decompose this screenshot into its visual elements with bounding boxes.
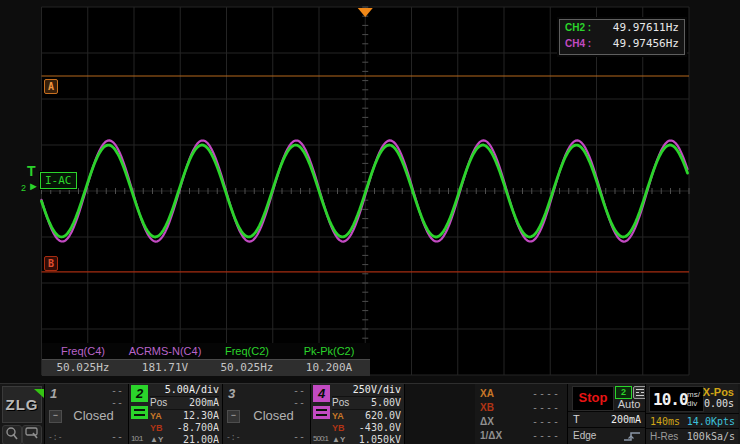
cursor-dx-label: ΔX <box>480 415 494 429</box>
freq-ch4-label: CH4 : <box>565 36 591 52</box>
frequency-readout-box: CH2 : 49.97611Hz CH4 : 49.97456Hz <box>559 19 685 55</box>
touch-gesture-button[interactable] <box>2 425 22 444</box>
channel-4-dy-label: ▲Y <box>332 434 345 444</box>
freq-row-ch4: CH4 : 49.97456Hz <box>560 36 684 52</box>
measurement-labels-row: Freq(C4) ACRMS-N(C4) Freq(C2) Pk-Pk(C2) <box>42 343 370 359</box>
measurement-value-3: 50.025Hz <box>206 360 288 376</box>
freq-ch2-label: CH2 : <box>565 20 591 36</box>
channel-4-badge: 4 <box>313 385 330 402</box>
trigger-level-value: 200mA <box>611 414 641 425</box>
trigger-t-source-label: T <box>573 413 580 425</box>
run-stop-button[interactable]: Stop <box>572 386 614 411</box>
h-res-label: H-Res <box>650 431 678 442</box>
channel-4-pos-row: Pos 5.00V <box>332 397 401 410</box>
trigger-mode[interactable]: Auto <box>612 398 646 410</box>
cursor-xa-value: ---- <box>532 387 560 401</box>
channel-3-state: Closed <box>237 408 310 423</box>
logo-corner-triangle <box>34 389 44 398</box>
trigger-arrow-icon: ► <box>28 180 39 192</box>
timebase-scale-value: 10.0 <box>653 390 688 409</box>
scope-display <box>0 0 740 383</box>
channel-2-yb-row: YB -8.700A <box>150 422 219 434</box>
measurement-label-4[interactable]: Pk-Pk(C2) <box>288 343 370 359</box>
cursor-dx-row: ΔX ---- <box>475 415 567 429</box>
channel-4-scale-row: 250V/div <box>332 384 401 397</box>
channel-2-dy-label: ▲Y <box>150 434 163 444</box>
measurement-label-3[interactable]: Freq(C2) <box>206 343 288 359</box>
timebase-scale-box[interactable]: 10.0 ms/ div <box>649 386 704 412</box>
touch-icon <box>5 426 19 440</box>
measurement-value-1: 50.025Hz <box>42 360 124 376</box>
channel-2-pos-value: 200mA <box>189 397 219 409</box>
timebase-block: 10.0 ms/ div X-Pos 0.00s 140ms 14.0Kpts … <box>645 384 738 444</box>
measurement-label-2[interactable]: ACRMS-N(C4) <box>124 343 206 359</box>
channel-4-pos-value: 5.00V <box>371 397 401 409</box>
channel-2-pos-row: Pos 200mA <box>150 397 219 410</box>
channel-4-ya-row: YA 620.0V <box>332 410 401 422</box>
channel-1-number: 1 <box>50 386 57 401</box>
channel-3-dash-1: -- <box>293 385 305 396</box>
freq-ch2-value: 49.97611Hz <box>613 20 679 36</box>
channel-4-probe-ratio: 500:1 <box>313 434 328 443</box>
channel-1-dash-1: -- <box>111 385 123 396</box>
channel-2-block[interactable]: 2 10:1 5.00A/div Pos 200mA YA 12.30A YB … <box>128 384 222 444</box>
channel-4-dy-value: 1.050kV <box>359 434 401 444</box>
channel-2-yb-label: YB <box>150 422 163 434</box>
channel-4-dy-row: ▲Y 1.050kV <box>332 434 401 444</box>
memory-points: 14.0Kpts <box>687 416 735 427</box>
channel-4-ya-label: YA <box>332 410 344 422</box>
channel-4-coupling-icon <box>313 406 330 419</box>
freq-ch4-value: 49.97456Hz <box>613 36 679 52</box>
measurement-value-2: 181.71V <box>124 360 206 376</box>
cursor-a-badge[interactable]: A <box>44 79 58 94</box>
channel-2-dy-value: 21.00A <box>183 434 219 444</box>
cursor-inv-dx-label: 1/ΔX <box>480 429 502 443</box>
channel-1-probe-ratio: -:- <box>48 433 62 442</box>
cursor-xb-row: XB ---- <box>475 401 567 415</box>
channel-1-dash-2: -- <box>111 397 123 408</box>
measurement-label-1[interactable]: Freq(C4) <box>42 343 124 359</box>
bar-gap <box>404 384 475 444</box>
cursor-readouts-block[interactable]: XA ---- XB ---- ΔX ---- 1/ΔX ---- <box>475 384 567 444</box>
channel-2-pos-label: Pos <box>150 397 167 409</box>
cursor-xb-label: XB <box>480 401 494 415</box>
timebase-rate-row: H-Res 100kSa/s <box>646 428 739 444</box>
channel-2-probe-ratio: 10:1 <box>131 434 143 443</box>
trigger-type-row[interactable]: Edge <box>568 427 646 443</box>
channel-1-state: Closed <box>59 408 128 423</box>
oscilloscope-ui: T 2 ► A B I-AC CH2 : 49.97611Hz CH4 : 49… <box>0 0 740 444</box>
x-pos-label: X-Pos <box>703 386 734 398</box>
cursor-xb-value: ---- <box>532 401 560 415</box>
channel-3-dash-2: -- <box>293 397 305 408</box>
channel-2-yb-value: -8.700A <box>177 422 219 434</box>
channel-3-block[interactable]: 3 -- -- − Closed -:- -- <box>222 384 310 444</box>
cursor-b-badge[interactable]: B <box>44 256 58 271</box>
measurement-value-4: 10.200A <box>288 360 370 376</box>
hand-pad-icon <box>25 426 39 440</box>
channel-4-block[interactable]: 4 500:1 250V/div Pos 5.00V YA 620.0V YB … <box>310 384 404 444</box>
channel-2-ya-label: YA <box>150 410 162 422</box>
channel-3-number: 3 <box>228 386 235 401</box>
cursor-inv-dx-row: 1/ΔX ---- <box>475 429 567 443</box>
bottom-control-bar: ZLG 1 -- -- − Closed -:- -- 2 <box>0 383 740 444</box>
channel-4-pos-label: Pos <box>332 397 349 409</box>
sample-rate: 100kSa/s <box>687 431 735 442</box>
cursor-dx-value: ---- <box>532 415 560 429</box>
signal-label: I-AC <box>40 172 77 189</box>
channel-1-block[interactable]: 1 -- -- − Closed -:- -- <box>44 384 128 444</box>
freq-row-ch2: CH2 : 49.97611Hz <box>560 20 684 36</box>
channel-2-scale: 5.00A/div <box>165 384 219 396</box>
channel-3-probe-ratio: -:- <box>226 433 240 442</box>
zlg-logo-text: ZLG <box>6 396 39 413</box>
touchpad-button[interactable] <box>22 425 42 444</box>
channel-1-dash-3: -- <box>111 431 123 442</box>
measurement-values-row: 50.025Hz 181.71V 50.025Hz 10.200A <box>42 359 370 376</box>
x-pos-value: 0.00s <box>704 398 734 409</box>
rising-edge-icon <box>623 430 641 442</box>
trigger-type-label: Edge <box>573 430 596 441</box>
trigger-block: Stop 2 Auto T 200mA Edge <box>567 384 645 444</box>
trigger-level-row[interactable]: T 200mA <box>568 411 646 426</box>
capture-window: 140ms <box>650 416 680 427</box>
channel-2-dy-row: ▲Y 21.00A <box>150 434 219 444</box>
channel-4-yb-value: -430.0V <box>359 422 401 434</box>
